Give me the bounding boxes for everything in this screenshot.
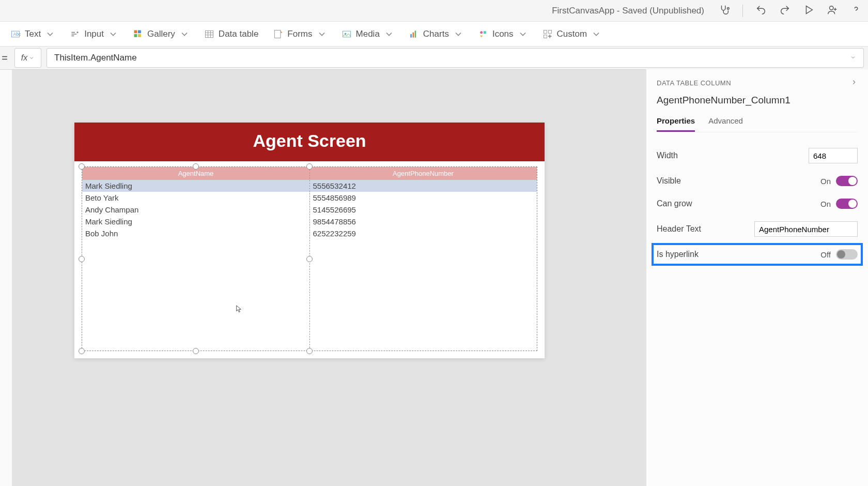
chevron-right-icon[interactable] [850,79,858,87]
equals-sign: = [0,52,9,64]
resize-handle[interactable] [306,256,313,262]
help-icon[interactable] [850,4,862,18]
prop-visible-state: On [820,177,831,186]
ribbon-media-label: Media [356,29,380,39]
left-rail[interactable] [0,70,12,486]
properties-panel: DATA TABLE COLUMN AgentPhoneNumber_Colum… [646,69,868,486]
resize-handle[interactable] [79,256,85,262]
formula-expand-icon[interactable] [850,53,856,63]
play-icon[interactable] [803,4,814,18]
ribbon-custom[interactable]: Custom [542,29,602,39]
ribbon-input-label: Input [84,29,104,39]
forms-icon [273,29,283,39]
cell-agentphone: 9854478856 [309,216,537,227]
fx-label: fx [21,53,27,63]
text-icon: Abc [10,29,21,39]
ribbon-datatable-label: Data table [219,29,259,39]
prop-cangrow-label: Can grow [657,199,692,208]
prop-ishyperlink: Is hyperlink Off [654,245,861,264]
app-screen[interactable]: Agent Screen AgentName AgentPhoneNumber … [74,123,545,358]
datatable-icon [204,29,214,39]
ribbon-gallery-label: Gallery [147,29,175,39]
ribbon-icons[interactable]: Icons [478,29,528,39]
svg-rect-20 [544,35,547,38]
svg-rect-6 [138,30,141,33]
ribbon-datatable[interactable]: Data table [204,29,259,39]
svg-text:Abc: Abc [13,32,21,37]
formula-input[interactable]: ThisItem.AgentName [47,48,864,68]
svg-point-16 [480,31,483,34]
selected-object-name: AgentPhoneNumber_Column1 [657,95,858,106]
svg-rect-13 [410,34,412,38]
prop-width: Width [657,144,858,168]
prop-visible-toggle[interactable] [836,176,858,186]
svg-rect-18 [544,30,547,33]
resize-handle[interactable] [79,163,85,170]
ribbon-charts[interactable]: Charts [409,29,463,39]
cell-agentphone: 5554856989 [309,192,537,204]
tab-properties[interactable]: Properties [657,113,695,132]
cell-agentname: Bob John [82,227,309,239]
svg-rect-15 [415,31,416,37]
cell-agentname: Beto Yark [82,192,309,204]
titlebar: FirstCanvasApp - Saved (Unpublished) [0,0,868,22]
ribbon-media[interactable]: Media [342,29,394,39]
fx-button[interactable]: fx [14,48,41,68]
insert-ribbon: Abc Text Input Gallery Data table Forms … [0,22,868,47]
svg-point-12 [344,33,346,34]
input-icon [70,29,80,39]
resize-handle[interactable] [79,348,85,354]
resize-handle[interactable] [193,163,199,170]
prop-cangrow-state: On [820,200,831,208]
svg-point-1 [830,6,833,9]
share-person-icon[interactable] [827,4,838,18]
svg-rect-10 [275,30,281,38]
ribbon-input[interactable]: Input [70,29,118,39]
ribbon-gallery[interactable]: Gallery [133,29,190,39]
data-table-control[interactable]: AgentName AgentPhoneNumber Mark Siedling… [82,166,537,351]
resize-handle[interactable] [306,348,313,354]
ribbon-forms-label: Forms [287,29,312,39]
panel-tabs: Properties Advanced [657,113,858,132]
prop-ishyperlink-state: Off [820,250,831,259]
prop-ishyperlink-toggle[interactable] [836,249,858,260]
undo-icon[interactable] [755,4,767,18]
svg-rect-5 [134,30,137,33]
separator [742,5,743,17]
panel-section-label: DATA TABLE COLUMN [657,79,731,87]
ribbon-forms[interactable]: Forms [273,29,327,39]
prop-headertext: Header Text [657,217,858,241]
svg-rect-8 [138,34,141,37]
cell-agentname: Andy Champan [82,204,309,216]
icons-icon [478,29,488,39]
prop-visible-label: Visible [657,176,681,186]
canvas-area[interactable]: Agent Screen AgentName AgentPhoneNumber … [0,69,646,486]
custom-icon [542,29,553,39]
prop-headertext-label: Header Text [657,224,701,234]
chevron-down-icon [28,55,35,61]
screen-title: Agent Screen [74,123,545,161]
prop-visible: Visible On [657,172,858,190]
svg-point-0 [727,7,730,9]
cell-agentphone: 5556532412 [309,180,537,192]
resize-handle[interactable] [306,163,313,170]
svg-rect-14 [412,32,414,37]
svg-rect-17 [484,31,486,34]
stethoscope-icon[interactable] [719,4,730,18]
prop-cangrow: Can grow On [657,194,858,213]
prop-cangrow-toggle[interactable] [836,199,858,209]
column-header-agentphone[interactable]: AgentPhoneNumber [309,167,537,180]
tab-advanced[interactable]: Advanced [708,113,743,132]
ribbon-text[interactable]: Abc Text [10,29,55,39]
ribbon-text-label: Text [25,29,41,39]
cell-agentphone: 5145526695 [309,204,537,216]
media-icon [342,29,352,39]
redo-icon[interactable] [779,4,791,18]
prop-width-label: Width [657,151,678,160]
ribbon-charts-label: Charts [423,29,449,39]
prop-width-input[interactable] [809,148,858,163]
charts-icon [409,29,419,39]
prop-headertext-input[interactable] [754,221,858,237]
resize-handle[interactable] [193,348,199,354]
svg-rect-7 [134,34,137,37]
